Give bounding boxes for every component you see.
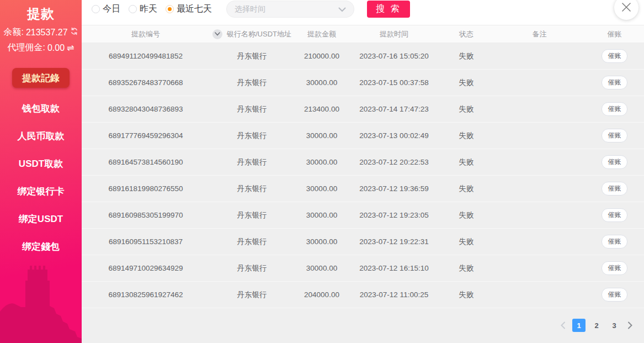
cell-bank: 丹东银行 xyxy=(210,184,294,194)
table-footer: 123 xyxy=(82,308,644,342)
swap-icon[interactable]: ⇌ xyxy=(67,44,74,52)
cell-amount: 30000.00 xyxy=(294,211,349,219)
pagination: 123 xyxy=(558,319,635,332)
radio-label: 最近七天 xyxy=(177,3,212,15)
cell-bank: 丹东银行 xyxy=(210,237,294,247)
commission-label: 代理佣金: xyxy=(8,42,45,54)
radio-selected[interactable]: 最近七天 xyxy=(166,3,212,15)
column-header-id[interactable]: 提款编号 xyxy=(82,29,210,39)
sidebar-item[interactable]: 绑定錢包 xyxy=(0,240,82,254)
table-row[interactable]: 689352678483770668 丹东银行 30000.00 2023-07… xyxy=(82,70,644,96)
cell-status: 失败 xyxy=(439,51,494,61)
withdrawal-window: 提款 余额:213537.27 代理佣金:0.00 ⇌ 提款記錄 钱包取款 人民… xyxy=(0,0,644,343)
filter-chevron-icon[interactable] xyxy=(212,29,222,39)
next-page-icon[interactable] xyxy=(625,319,635,332)
column-header-status[interactable]: 状态 xyxy=(439,29,494,39)
radio-option[interactable]: 昨天 xyxy=(129,3,157,15)
cell-amount: 30000.00 xyxy=(294,78,349,87)
balance-line: 余额:213537.27 xyxy=(0,27,82,38)
table-row[interactable]: 689177769459296304 丹东银行 30000.00 2023-07… xyxy=(82,123,644,149)
cell-time: 2023-07-14 17:47:23 xyxy=(349,105,439,113)
page-button-3[interactable]: 3 xyxy=(608,319,621,332)
prev-page-icon[interactable] xyxy=(558,319,568,332)
page-button-2[interactable]: 2 xyxy=(590,319,603,332)
table-row[interactable]: 689164573814560190 丹东银行 30000.00 2023-07… xyxy=(82,149,644,176)
collect-button[interactable]: 催账 xyxy=(602,155,627,169)
sidebar-menu: 提款記錄 钱包取款 人民币取款 USDT取款 绑定银行卡 绑定USDT 绑定錢包 xyxy=(0,68,82,254)
balance-value: 213537.27 xyxy=(26,28,68,38)
column-header-collect[interactable]: 催账 xyxy=(585,29,644,39)
cell-time: 2023-07-12 19:23:05 xyxy=(349,211,439,219)
page-title: 提款 xyxy=(0,0,82,23)
cell-bank: 丹东银行 xyxy=(210,210,294,220)
cell-bank: 丹东银行 xyxy=(210,104,294,114)
cell-amount: 213400.00 xyxy=(294,105,349,113)
cell-amount: 30000.00 xyxy=(294,238,349,246)
sidebar: 提款 余额:213537.27 代理佣金:0.00 ⇌ 提款記錄 钱包取款 人民… xyxy=(0,0,82,343)
cell-id: 689160985305199970 xyxy=(82,211,210,219)
cell-status: 失败 xyxy=(439,157,494,167)
table-row[interactable]: 689161819980276550 丹东银行 30000.00 2023-07… xyxy=(82,176,644,202)
table-body: 689491120499481852 丹东银行 210000.00 2023-0… xyxy=(82,43,644,308)
column-header-bank[interactable]: 银行名称/USDT地址 xyxy=(210,29,294,39)
collect-button[interactable]: 催账 xyxy=(602,76,627,89)
collect-button[interactable]: 催账 xyxy=(602,102,627,116)
table-header: 提款编号 银行名称/USDT地址 提款金额 提款时间 状态 备注 催账 xyxy=(82,25,644,43)
cell-bank: 丹东银行 xyxy=(210,263,294,273)
table-row[interactable]: 689491120499481852 丹东银行 210000.00 2023-0… xyxy=(82,43,644,70)
cell-id: 689328043048736893 xyxy=(82,105,210,113)
sidebar-item[interactable]: USDT取款 xyxy=(0,157,82,171)
cell-id: 689491120499481852 xyxy=(82,52,210,60)
cell-amount: 30000.00 xyxy=(294,184,349,193)
collect-button[interactable]: 催账 xyxy=(602,208,627,222)
column-header-time[interactable]: 提款时间 xyxy=(349,29,439,39)
search-button[interactable]: 搜 索 xyxy=(367,1,410,18)
radio-dot-icon xyxy=(166,5,174,13)
cell-time: 2023-07-13 00:02:49 xyxy=(349,131,439,140)
radio-dot-icon xyxy=(92,5,100,13)
table-row[interactable]: 689149710029634929 丹东银行 30000.00 2023-07… xyxy=(82,255,644,282)
radio-label: 今日 xyxy=(103,3,120,15)
refresh-icon[interactable] xyxy=(70,27,78,38)
cell-amount: 204000.00 xyxy=(294,291,349,299)
main-panel: 今日昨天最近七天 选择时间 搜 索 提款编号 银行名称/USD xyxy=(82,0,644,343)
column-header-note[interactable]: 备注 xyxy=(494,29,585,39)
table-row[interactable]: 689160951153210837 丹东银行 30000.00 2023-07… xyxy=(82,229,644,255)
collect-button[interactable]: 催账 xyxy=(602,288,627,302)
great-wall-watermark xyxy=(0,246,82,343)
cell-id: 689164573814560190 xyxy=(82,158,210,166)
table-row[interactable]: 689160985305199970 丹东银行 30000.00 2023-07… xyxy=(82,202,644,229)
column-header-amount[interactable]: 提款金额 xyxy=(294,29,349,39)
sidebar-item[interactable]: 人民币取款 xyxy=(0,130,82,143)
cell-id: 689352678483770668 xyxy=(82,78,210,87)
chevron-down-icon xyxy=(338,4,346,14)
cell-time: 2023-07-16 15:05:20 xyxy=(349,52,439,60)
cell-bank: 丹东银行 xyxy=(210,290,294,300)
collect-button[interactable]: 催账 xyxy=(602,182,627,196)
cell-bank: 丹东银行 xyxy=(210,78,294,88)
collect-button[interactable]: 催账 xyxy=(602,235,627,249)
page-button-1[interactable]: 1 xyxy=(572,319,586,332)
date-range-select[interactable]: 选择时间 xyxy=(226,1,354,18)
radio-option[interactable]: 今日 xyxy=(92,3,120,15)
table-row[interactable]: 689130825961927462 丹东银行 204000.00 2023-0… xyxy=(82,282,644,308)
cell-status: 失败 xyxy=(439,210,494,220)
sidebar-item[interactable]: 绑定银行卡 xyxy=(0,185,82,198)
cell-bank: 丹东银行 xyxy=(210,51,294,61)
sidebar-item-active[interactable]: 提款記錄 xyxy=(12,68,70,88)
collect-button[interactable]: 催账 xyxy=(602,129,627,143)
commission-line: 代理佣金:0.00 ⇌ xyxy=(0,42,82,54)
table-row[interactable]: 689328043048736893 丹东银行 213400.00 2023-0… xyxy=(82,96,644,123)
cell-amount: 30000.00 xyxy=(294,131,349,140)
cell-id: 689177769459296304 xyxy=(82,131,210,140)
balance-label: 余额: xyxy=(3,27,23,38)
collect-button[interactable]: 催账 xyxy=(602,261,627,275)
close-button[interactable] xyxy=(614,0,638,20)
sidebar-item[interactable]: 绑定USDT xyxy=(0,213,82,226)
close-icon xyxy=(620,1,632,15)
cell-status: 失败 xyxy=(439,237,494,247)
collect-button[interactable]: 催账 xyxy=(602,49,627,63)
cell-status: 失败 xyxy=(439,78,494,88)
cell-time: 2023-07-15 00:37:58 xyxy=(349,78,439,87)
sidebar-item[interactable]: 钱包取款 xyxy=(0,102,82,115)
